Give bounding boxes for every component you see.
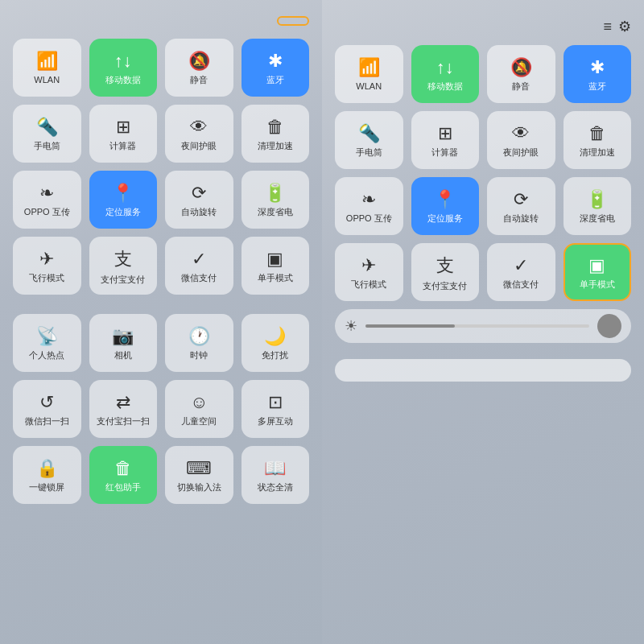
tile-icon: 📶 — [358, 57, 380, 78]
tile-多屏互动[interactable]: ⊡多屏互动 — [242, 380, 310, 438]
tile-label: 计算器 — [109, 141, 136, 151]
tile-icon: ❧ — [39, 183, 54, 204]
tile-静音[interactable]: 🔕静音 — [487, 45, 555, 103]
tile-红包助手[interactable]: 🗑红包助手 — [89, 446, 158, 504]
tile-移动数据[interactable]: ↑↓移动数据 — [411, 45, 480, 103]
tile-icon: 🗑 — [266, 117, 284, 138]
tile-微信支付[interactable]: ✓微信支付 — [487, 243, 555, 301]
tile-label: 飞行模式 — [29, 273, 64, 283]
tile-时钟[interactable]: 🕐时钟 — [165, 314, 233, 372]
status-bar: ≡ ⚙ — [335, 13, 631, 35]
menu-icon[interactable]: ≡ — [603, 19, 612, 35]
tile-自动旋转[interactable]: ⟳自动旋转 — [487, 177, 555, 235]
tile-label: 微信扫一扫 — [25, 416, 69, 427]
tile-icon: 📡 — [36, 326, 58, 347]
tile-label: 自动旋转 — [503, 213, 539, 224]
tile-免打扰[interactable]: 🌙免打扰 — [242, 314, 310, 372]
tile-label: 静音 — [190, 75, 208, 85]
tile-icon: ⌨ — [186, 458, 212, 479]
brightness-icon: ☀ — [345, 317, 357, 335]
tile-飞行模式[interactable]: ✈飞行模式 — [335, 243, 403, 301]
avatar[interactable] — [597, 314, 621, 338]
tile-label: 单手模式 — [580, 279, 615, 290]
tile-深度省电[interactable]: 🔋深度省电 — [242, 171, 310, 229]
tile-单手模式[interactable]: ▣单手模式 — [242, 237, 310, 295]
tile-定位服务[interactable]: 📍定位服务 — [411, 177, 480, 235]
tile-label: WLAN — [34, 75, 60, 85]
tile-儿童空间[interactable]: ☺儿童空间 — [165, 380, 233, 438]
tile-label: 相机 — [114, 350, 132, 361]
tile-静音[interactable]: 🔕静音 — [165, 39, 233, 97]
tile-icon: ☺ — [190, 392, 208, 413]
tile-icon: 🕐 — [188, 326, 210, 347]
tile-icon: 📍 — [112, 183, 134, 204]
tile-icon: 支 — [114, 247, 132, 271]
tile-icon: ▣ — [266, 249, 283, 270]
tile-清理加速[interactable]: 🗑清理加速 — [242, 105, 310, 163]
tile-夜间护眼[interactable]: 👁夜间护眼 — [487, 111, 555, 169]
tile-label: 支付宝支付 — [423, 281, 467, 291]
tile-label: 静音 — [512, 81, 530, 92]
tile-清理加速[interactable]: 🗑清理加速 — [564, 111, 632, 169]
tile-个人热点[interactable]: 📡个人热点 — [13, 314, 81, 372]
left-header — [13, 16, 309, 26]
tile-icon: ✈ — [39, 249, 54, 270]
tile-支付宝支付[interactable]: 支支付宝支付 — [89, 237, 158, 295]
tile-icon: ✓ — [192, 249, 206, 270]
tile-一键锁屏[interactable]: 🔒一键锁屏 — [13, 446, 81, 504]
tile-微信扫一扫[interactable]: ↺微信扫一扫 — [13, 380, 81, 438]
tile-WLAN[interactable]: 📶WLAN — [335, 45, 403, 103]
tile-label: 夜间护眼 — [181, 141, 217, 151]
tile-支付宝支付[interactable]: 支支付宝支付 — [411, 243, 480, 301]
tile-label: 蓝牙 — [588, 81, 606, 92]
tile-icon: 🔒 — [36, 458, 58, 479]
done-button[interactable] — [277, 16, 309, 26]
tile-飞行模式[interactable]: ✈飞行模式 — [13, 237, 81, 295]
tile-icon: 🔦 — [36, 117, 58, 138]
tile-label: 多屏互动 — [258, 416, 293, 427]
tile-蓝牙[interactable]: ✱蓝牙 — [564, 45, 632, 103]
tile-icon: 🗑 — [588, 123, 606, 144]
notification-card[interactable] — [335, 359, 631, 382]
brightness-row[interactable]: ☀ — [335, 309, 631, 343]
tile-WLAN[interactable]: 📶WLAN — [13, 39, 81, 97]
tile-支付宝扫一扫[interactable]: ⇄支付宝扫一扫 — [89, 380, 158, 438]
tile-状态全清[interactable]: 📖状态全清 — [242, 446, 310, 504]
tile-微信支付[interactable]: ✓微信支付 — [165, 237, 233, 295]
tile-移动数据[interactable]: ↑↓移动数据 — [89, 39, 158, 97]
tile-icon: 📶 — [36, 51, 58, 72]
tile-计算器[interactable]: ⊞计算器 — [411, 111, 480, 169]
tile-手电筒[interactable]: 🔦手电筒 — [13, 105, 81, 163]
tile-label: 时钟 — [190, 350, 208, 361]
tile-相机[interactable]: 📷相机 — [89, 314, 158, 372]
tile-icon: ✓ — [514, 255, 528, 276]
tile-蓝牙[interactable]: ✱蓝牙 — [242, 39, 310, 97]
tile-icon: ⟳ — [192, 183, 206, 204]
tile-计算器[interactable]: ⊞计算器 — [89, 105, 158, 163]
tile-icon: ⇄ — [116, 392, 130, 413]
tile-icon: ✱ — [268, 51, 283, 72]
status-icons: ≡ ⚙ — [603, 18, 631, 35]
tile-深度省电[interactable]: 🔋深度省电 — [564, 177, 632, 235]
tile-icon: 📷 — [112, 326, 134, 347]
left-grid1: 📶WLAN↑↓移动数据🔕静音✱蓝牙🔦手电筒⊞计算器👁夜间护眼🗑清理加速❧OPPO… — [13, 39, 309, 295]
tile-单手模式[interactable]: ▣单手模式 — [564, 243, 632, 301]
tile-label: 清理加速 — [258, 141, 293, 151]
tile-夜间护眼[interactable]: 👁夜间护眼 — [165, 105, 233, 163]
tile-手电筒[interactable]: 🔦手电筒 — [335, 111, 403, 169]
settings-icon[interactable]: ⚙ — [618, 18, 631, 35]
tile-label: OPPO 互传 — [24, 207, 70, 217]
tile-label: 微信支付 — [181, 273, 217, 283]
tile-切换输入法[interactable]: ⌨切换输入法 — [165, 446, 233, 504]
brightness-bar[interactable] — [365, 324, 589, 328]
tile-icon: ⊞ — [116, 117, 130, 138]
tile-label: 深度省电 — [580, 213, 615, 224]
tile-icon: 🔋 — [264, 183, 286, 204]
tile-OPPO互传[interactable]: ❧OPPO 互传 — [335, 177, 403, 235]
tile-定位服务[interactable]: 📍定位服务 — [89, 171, 158, 229]
tile-label: 切换输入法 — [177, 482, 221, 493]
tile-OPPO互传[interactable]: ❧OPPO 互传 — [13, 171, 81, 229]
tile-icon: ↺ — [39, 392, 54, 413]
tile-自动旋转[interactable]: ⟳自动旋转 — [165, 171, 233, 229]
tile-label: 个人热点 — [29, 350, 64, 361]
